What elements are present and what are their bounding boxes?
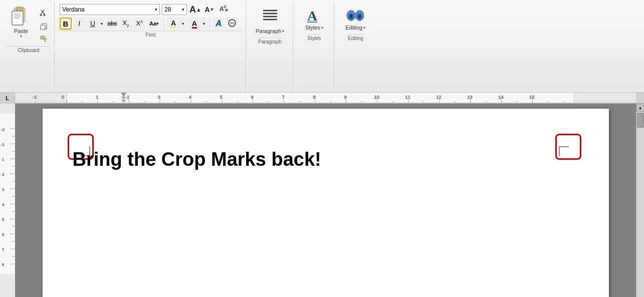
svg-text:11: 11 xyxy=(405,95,410,100)
svg-rect-5 xyxy=(14,18,19,19)
scroll-thumb[interactable] xyxy=(637,113,644,128)
paragraph-icon xyxy=(261,7,279,28)
editing-dropdown-arrow: ▾ xyxy=(363,26,365,30)
paragraph-label-row: Paragraph ▾ xyxy=(256,28,284,34)
svg-text:A: A xyxy=(307,8,318,24)
ruler-corner[interactable]: L xyxy=(0,93,15,104)
underline-dropdown-button[interactable]: ▾ xyxy=(99,18,105,30)
svg-point-9 xyxy=(44,14,46,16)
highlight-dropdown-button[interactable]: ▾ xyxy=(180,18,186,30)
paste-icon xyxy=(10,6,32,28)
change-case-icon: Aa xyxy=(149,21,156,27)
svg-text:-2: -2 xyxy=(1,127,5,132)
format-painter-icon xyxy=(40,35,48,43)
svg-text:4: 4 xyxy=(189,95,191,100)
font-color-dropdown-button[interactable]: ▾ xyxy=(201,18,207,30)
paragraph-dropdown-arrow: ▾ xyxy=(282,29,284,34)
highlight-button[interactable]: A xyxy=(166,18,180,30)
text-effects-button[interactable]: A xyxy=(212,18,225,30)
clipboard-group-label: Clipboard xyxy=(7,46,50,54)
editing-button[interactable]: Editing ▾ xyxy=(340,2,370,33)
svg-text:1: 1 xyxy=(2,157,5,162)
subscript-button[interactable]: X2 xyxy=(120,18,132,30)
crop-mark-right xyxy=(555,134,581,160)
font-grow-icon: A xyxy=(189,5,196,15)
bold-button[interactable]: B xyxy=(60,18,72,30)
styles-label: Styles xyxy=(305,25,320,31)
font-color-button[interactable]: A xyxy=(187,18,201,30)
copy-button[interactable] xyxy=(37,20,50,32)
font-row1: Verdana ▾ 28 ▾ A▲ A▼ xyxy=(60,3,242,16)
svg-text:4: 4 xyxy=(2,202,5,207)
styles-button[interactable]: A Styles ▾ xyxy=(299,2,329,33)
change-case-button[interactable]: Aa▾ xyxy=(147,18,161,30)
svg-point-35 xyxy=(358,15,361,19)
ribbon-group-editing: Editing ▾ Editing xyxy=(335,2,375,92)
font-grow-button[interactable]: A▲ xyxy=(189,3,202,16)
font-size-value: 28 xyxy=(164,6,171,13)
format-painter-button[interactable] xyxy=(37,33,50,45)
svg-text:7: 7 xyxy=(2,247,5,252)
ribbon-group-paragraph: Paragraph ▾ Paragraph xyxy=(247,2,293,92)
svg-text:-1: -1 xyxy=(1,142,5,147)
underline-group: U ▾ xyxy=(87,18,105,30)
font-size-selector[interactable]: 28 ▾ xyxy=(162,4,187,15)
editing-group-label: Editing xyxy=(348,34,363,42)
clear-formatting-button[interactable]: A a xyxy=(217,3,230,16)
font-shrink-icon: A xyxy=(204,6,209,14)
svg-rect-4 xyxy=(14,16,21,17)
ruler-area: L 1 2 3 4 5 6 7 8 9 10 11 12 xyxy=(0,93,644,104)
crop-inner-right xyxy=(559,146,569,156)
superscript-button[interactable]: X2 xyxy=(133,18,145,30)
document-page: Bring the Crop Marks back! xyxy=(43,109,609,297)
font-name-arrow: ▾ xyxy=(155,7,157,12)
font-row2: B I U ▾ abc xyxy=(60,18,242,30)
superscript-icon: X2 xyxy=(136,20,142,27)
italic-icon: I xyxy=(78,20,80,28)
svg-text:8: 8 xyxy=(313,95,316,100)
document-main-text[interactable]: Bring the Crop Marks back! xyxy=(73,149,321,170)
horizontal-ruler: 1 2 3 4 5 6 7 8 9 10 11 12 13 14 15 xyxy=(15,93,636,103)
svg-text:2: 2 xyxy=(127,95,129,100)
paste-button[interactable]: Paste ▾ xyxy=(7,5,35,40)
svg-text:12: 12 xyxy=(436,95,441,100)
svg-rect-3 xyxy=(14,14,21,15)
highlight-a-icon: A xyxy=(171,19,176,28)
underline-button[interactable]: U xyxy=(87,18,99,30)
svg-text:10: 10 xyxy=(374,95,379,100)
italic-button[interactable]: I xyxy=(73,18,85,30)
svg-text:9: 9 xyxy=(344,95,347,100)
scroll-up-arrow[interactable]: ▲ xyxy=(636,104,645,112)
svg-text:1: 1 xyxy=(96,95,98,100)
copy-icon xyxy=(40,22,48,30)
paste-label: Paste xyxy=(14,28,28,34)
svg-text:8: 8 xyxy=(2,262,5,267)
paragraph-button[interactable]: Paragraph ▾ xyxy=(251,2,289,37)
strikethrough-button[interactable]: abc xyxy=(106,18,118,30)
clipboard-group-content: Paste ▾ xyxy=(7,3,50,45)
char-spacing-button[interactable] xyxy=(226,18,238,30)
vertical-ruler: -2 -1 1 2 3 4 5 6 7 8 xyxy=(0,104,15,297)
underline-icon: U xyxy=(90,20,95,28)
font-color-a-icon: A xyxy=(192,19,197,29)
svg-rect-11 xyxy=(41,25,45,30)
ribbon-group-clipboard: Paste ▾ xyxy=(3,2,55,92)
ribbon: Paste ▾ xyxy=(0,0,644,93)
editing-label-row: Editing ▾ xyxy=(346,25,366,31)
svg-rect-31 xyxy=(354,14,358,18)
font-separator-1 xyxy=(163,18,164,29)
font-separator-2 xyxy=(209,18,210,29)
clipboard-right-buttons xyxy=(37,5,50,45)
svg-text:15: 15 xyxy=(529,95,534,100)
svg-text:6: 6 xyxy=(251,95,254,100)
char-spacing-icon xyxy=(228,19,237,29)
font-color-bar xyxy=(192,27,197,29)
editing-label: Editing xyxy=(346,25,363,31)
font-name-selector[interactable]: Verdana ▾ xyxy=(60,4,160,15)
ribbon-group-styles: A Styles ▾ Styles xyxy=(294,2,334,92)
ruler-scrollbar xyxy=(636,93,644,103)
font-shrink-button[interactable]: A▼ xyxy=(203,3,216,16)
font-group-label: Font xyxy=(60,31,242,39)
vertical-scrollbar[interactable]: ▲ xyxy=(636,104,644,297)
cut-button[interactable] xyxy=(37,7,50,19)
